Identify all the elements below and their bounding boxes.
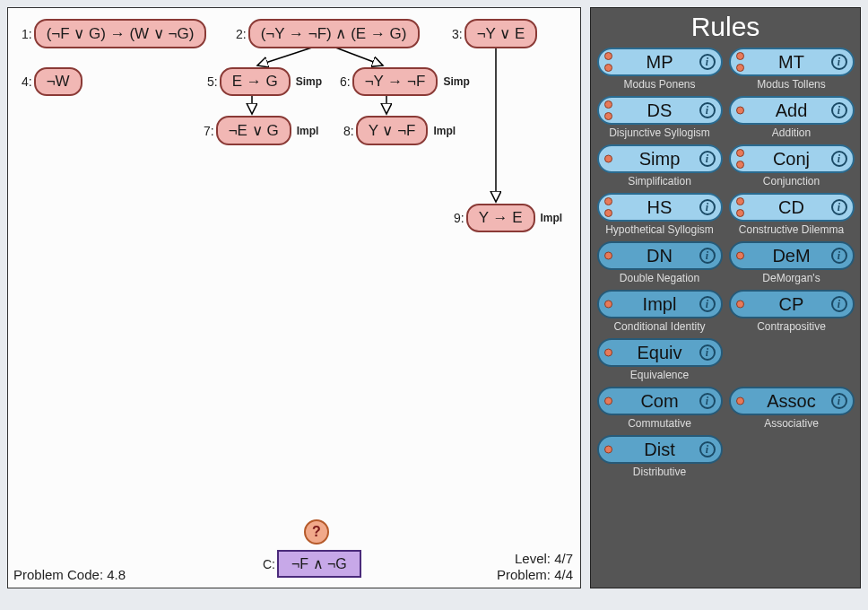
rule-abbr: Add bbox=[776, 100, 808, 121]
rule-input-dots bbox=[604, 155, 612, 163]
rule-dist[interactable]: Disti bbox=[597, 435, 723, 464]
rule-caption: Commutative bbox=[628, 417, 691, 430]
rule-equiv[interactable]: Equivi bbox=[597, 338, 723, 367]
proposition[interactable]: (¬F ∨ G) → (W ∨ ¬G) bbox=[34, 19, 207, 48]
rule-col: CPiContrapositive bbox=[728, 290, 855, 336]
info-icon[interactable]: i bbox=[831, 393, 847, 409]
proof-node-3: 3:¬Y ∨ E bbox=[452, 19, 537, 48]
info-icon[interactable]: i bbox=[831, 54, 847, 70]
info-icon[interactable]: i bbox=[831, 296, 847, 312]
rule-col: ConjiConjunction bbox=[728, 144, 855, 191]
rule-mp[interactable]: MPi bbox=[597, 48, 723, 76]
rule-abbr: MP bbox=[647, 52, 673, 73]
justification-label: Impl bbox=[541, 212, 563, 224]
rule-caption: Conditional Identity bbox=[613, 320, 705, 333]
node-index: 3: bbox=[452, 27, 463, 41]
rule-col: MTiModus Tollens bbox=[728, 48, 855, 94]
rule-input-dots bbox=[736, 107, 744, 115]
rule-abbr: CD bbox=[778, 197, 804, 218]
proof-canvas: 1:(¬F ∨ G) → (W ∨ ¬G)2:(¬Y → ¬F) ∧ (E → … bbox=[7, 7, 581, 588]
info-icon[interactable]: i bbox=[699, 393, 716, 409]
rule-hs[interactable]: HSi bbox=[597, 193, 723, 222]
dot-icon bbox=[736, 252, 744, 260]
proof-node-1: 1:(¬F ∨ G) → (W ∨ ¬G) bbox=[22, 19, 206, 48]
proposition[interactable]: ¬W bbox=[34, 67, 82, 96]
conclusion-formula[interactable]: ¬F ∧ ¬G bbox=[277, 550, 361, 578]
rule-input-dots bbox=[736, 52, 744, 72]
rule-col: AddiAddition bbox=[728, 96, 855, 143]
info-icon[interactable]: i bbox=[699, 344, 716, 361]
node-index: 2: bbox=[236, 27, 247, 41]
dot-icon bbox=[604, 446, 612, 454]
rule-col: SimpiSimplification bbox=[596, 144, 723, 191]
proposition[interactable]: Y → E bbox=[466, 204, 535, 232]
rule-row: DSiDisjunctive SyllogismAddiAddition bbox=[596, 96, 855, 143]
rule-input-dots bbox=[604, 349, 612, 357]
info-icon[interactable]: i bbox=[699, 296, 716, 312]
info-icon[interactable]: i bbox=[831, 199, 847, 215]
info-icon[interactable]: i bbox=[831, 248, 847, 264]
rule-cd[interactable]: CDi bbox=[729, 193, 855, 222]
rule-col: ComiCommutative bbox=[596, 387, 723, 433]
dot-icon bbox=[736, 52, 744, 60]
rule-caption: Conjunction bbox=[763, 175, 820, 187]
dot-icon bbox=[736, 197, 744, 205]
info-icon[interactable]: i bbox=[831, 151, 847, 167]
rule-abbr: MT bbox=[778, 52, 804, 73]
node-index: 9: bbox=[454, 211, 464, 225]
info-icon[interactable]: i bbox=[699, 199, 716, 215]
rule-input-dots bbox=[736, 149, 744, 169]
proposition[interactable]: E → G bbox=[220, 67, 291, 96]
info-icon[interactable]: i bbox=[699, 151, 716, 167]
dot-icon bbox=[604, 52, 612, 60]
rule-cp[interactable]: CPi bbox=[729, 290, 855, 318]
rule-col: DNiDouble Negation bbox=[596, 241, 723, 288]
info-icon[interactable]: i bbox=[699, 248, 716, 264]
rule-caption: Constructive Dilemma bbox=[739, 223, 844, 236]
rule-row: ImpliConditional IdentityCPiContrapositi… bbox=[596, 290, 855, 336]
proposition[interactable]: ¬Y ∨ E bbox=[464, 19, 538, 48]
rule-input-dots bbox=[736, 301, 744, 309]
rule-simp[interactable]: Simpi bbox=[597, 144, 723, 173]
proof-node-4: 4:¬W bbox=[22, 67, 82, 96]
conclusion-node: C: ¬F ∧ ¬G bbox=[263, 550, 361, 578]
rule-col: AssociAssociative bbox=[728, 387, 855, 433]
rule-add[interactable]: Addi bbox=[729, 96, 855, 125]
rule-row: SimpiSimplificationConjiConjunction bbox=[596, 144, 855, 191]
info-icon[interactable]: i bbox=[831, 102, 847, 118]
rule-dn[interactable]: DNi bbox=[597, 241, 723, 270]
rule-row: MPiModus PonensMTiModus Tollens bbox=[596, 48, 855, 94]
rules-panel: Rules MPiModus PonensMTiModus TollensDSi… bbox=[590, 7, 861, 588]
rule-caption: Addition bbox=[772, 126, 811, 139]
rule-com[interactable]: Comi bbox=[597, 387, 723, 415]
proposition[interactable]: ¬E ∨ G bbox=[216, 116, 291, 145]
rule-assoc[interactable]: Associ bbox=[729, 387, 855, 415]
rule-ds[interactable]: DSi bbox=[597, 96, 723, 125]
info-icon[interactable]: i bbox=[699, 102, 716, 118]
dot-icon bbox=[736, 209, 744, 217]
proof-node-5: 5:E → GSimp bbox=[207, 67, 322, 96]
justification-label: Simp bbox=[443, 75, 469, 88]
rule-abbr: Impl bbox=[643, 294, 677, 315]
justification-label: Simp bbox=[296, 75, 322, 88]
proposition[interactable]: Y ∨ ¬F bbox=[356, 116, 429, 145]
rule-caption: Modus Ponens bbox=[623, 78, 695, 91]
dot-icon bbox=[736, 149, 744, 157]
rule-caption: Equivalence bbox=[630, 369, 689, 381]
rule-impl[interactable]: Impli bbox=[597, 290, 723, 318]
proposition[interactable]: (¬Y → ¬F) ∧ (E → G) bbox=[248, 19, 420, 48]
rule-abbr: DeM bbox=[772, 246, 810, 266]
rule-dem[interactable]: DeMi bbox=[729, 241, 855, 270]
rule-mt[interactable]: MTi bbox=[729, 48, 855, 76]
rule-abbr: DS bbox=[647, 100, 673, 121]
proposition[interactable]: ¬Y → ¬F bbox=[352, 67, 438, 96]
proof-node-7: 7:¬E ∨ GImpl bbox=[204, 116, 318, 145]
rule-conj[interactable]: Conji bbox=[729, 144, 855, 173]
info-icon[interactable]: i bbox=[699, 441, 716, 458]
justification-label: Impl bbox=[297, 125, 319, 137]
hint-button[interactable]: ? bbox=[304, 519, 329, 545]
node-index: 1: bbox=[22, 27, 32, 41]
dot-icon bbox=[736, 161, 744, 169]
rule-abbr: Equiv bbox=[637, 343, 681, 363]
info-icon[interactable]: i bbox=[699, 54, 716, 70]
